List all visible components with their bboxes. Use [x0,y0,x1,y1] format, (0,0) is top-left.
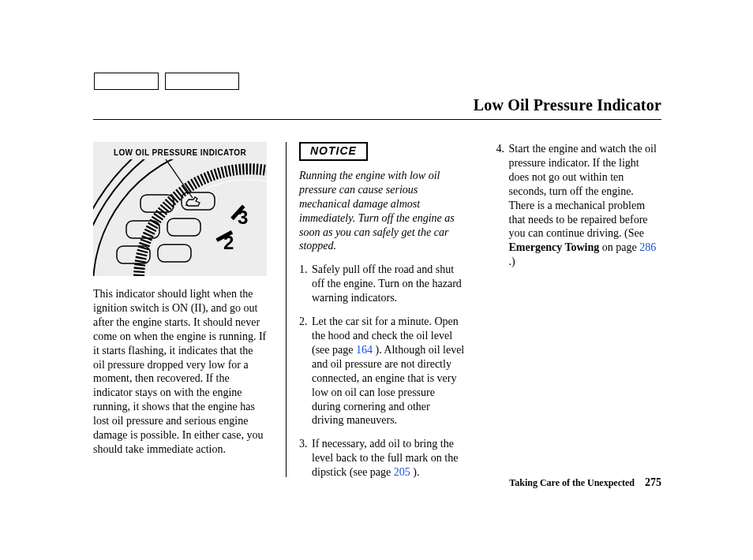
step-3: 3. If necessary, add oil to bring the le… [299,437,465,480]
intro-paragraph: This indicator should light when the ign… [93,287,267,457]
footer-page-number: 275 [645,476,661,488]
footer-section: Taking Care of the Unexpected [509,477,635,488]
page-link-286[interactable]: 286 [639,241,656,253]
step-4: 4. Start the engine and watch the oil pr… [496,142,662,269]
step-body: Let the car sit for a minute. Open the h… [312,315,465,427]
step-body: Safely pull off the road and shut off th… [312,263,465,305]
step-body: Start the engine and watch the oil press… [509,142,662,269]
diagram: LOW OIL PRESSURE INDICATOR [93,142,267,276]
title-block: Low Oil Pressure Indicator [93,96,661,120]
column-1: LOW OIL PRESSURE INDICATOR [93,142,286,481]
column-3: 4. Start the engine and watch the oil pr… [484,142,662,477]
page-link-164[interactable]: 164 [356,344,373,356]
diagram-label: LOW OIL PRESSURE INDICATOR [93,148,267,159]
column-2: NOTICE Running the engine with low oil p… [286,142,484,477]
svg-rect-6 [167,218,200,236]
warning-text: Running the engine with low oil pressure… [299,169,465,253]
steps-list: 1. Safely pull off the road and shut off… [299,263,465,480]
page-footer: Taking Care of the Unexpected 275 [509,476,661,489]
step-number: 3. [299,437,310,480]
step-number: 2. [299,315,310,427]
header-box-1 [94,73,159,90]
page-title: Low Oil Pressure Indicator [93,96,661,119]
step-body: If necessary, add oil to bring the level… [312,437,465,480]
page: Low Oil Pressure Indicator LOW OIL PRESS… [0,0,753,560]
title-rule [93,119,661,120]
page-link-205[interactable]: 205 [394,466,410,478]
oil-can-icon [185,197,200,206]
step-1: 1. Safely pull off the road and shut off… [299,263,465,305]
step-2: 2. Let the car sit for a minute. Open th… [299,315,465,427]
step-number: 1. [299,263,310,305]
header-boxes [94,73,239,90]
content-columns: LOW OIL PRESSURE INDICATOR [93,142,661,481]
svg-point-9 [185,204,187,206]
steps-list-cont: 4. Start the engine and watch the oil pr… [496,142,662,269]
notice-box: NOTICE [299,142,368,161]
svg-rect-8 [158,245,191,262]
emergency-towing-ref: Emergency Towing [509,241,600,253]
gauge-illustration: 3 2 [93,159,267,276]
header-box-2 [165,73,239,90]
step-number: 4. [496,142,508,269]
